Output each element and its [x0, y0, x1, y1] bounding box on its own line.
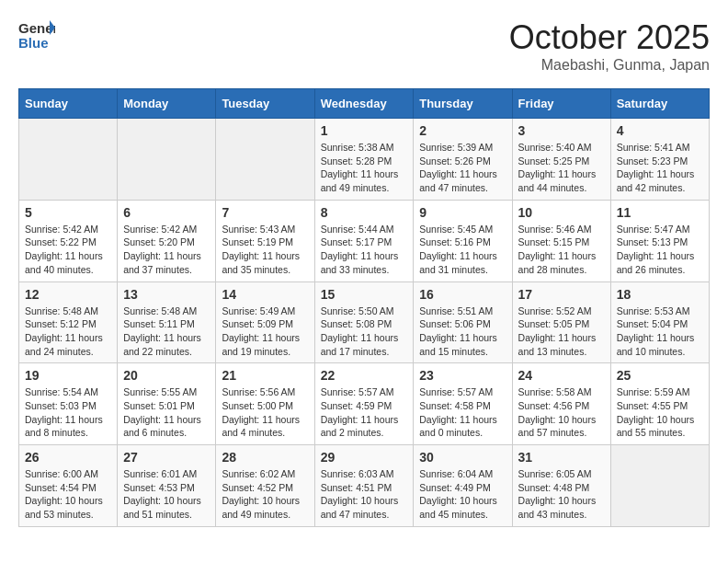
day-info: Sunrise: 5:42 AM Sunset: 5:22 PM Dayligh… — [25, 223, 111, 277]
page-header: General Blue October 2025 Maebashi, Gunm… — [18, 18, 710, 74]
header-monday: Monday — [118, 89, 216, 119]
day-info: Sunrise: 6:03 AM Sunset: 4:51 PM Dayligh… — [321, 467, 408, 522]
calendar-cell: 27Sunrise: 6:01 AM Sunset: 4:53 PM Dayli… — [118, 445, 216, 527]
day-info: Sunrise: 5:48 AM Sunset: 5:11 PM Dayligh… — [123, 304, 210, 359]
day-number: 15 — [321, 287, 408, 302]
day-number: 10 — [518, 205, 605, 220]
location-title: Maebashi, Gunma, Japan — [509, 57, 710, 74]
day-info: Sunrise: 5:58 AM Sunset: 4:56 PM Dayligh… — [518, 385, 605, 440]
calendar-cell: 24Sunrise: 5:58 AM Sunset: 4:56 PM Dayli… — [512, 363, 610, 445]
day-info: Sunrise: 6:04 AM Sunset: 4:49 PM Dayligh… — [419, 467, 506, 522]
day-info: Sunrise: 5:44 AM Sunset: 5:17 PM Dayligh… — [321, 223, 408, 277]
calendar-cell: 8Sunrise: 5:44 AM Sunset: 5:17 PM Daylig… — [314, 200, 414, 282]
calendar-cell: 29Sunrise: 6:03 AM Sunset: 4:51 PM Dayli… — [314, 445, 414, 527]
calendar-cell: 20Sunrise: 5:55 AM Sunset: 5:01 PM Dayli… — [118, 363, 216, 445]
day-number: 1 — [321, 123, 408, 138]
day-number: 5 — [25, 205, 111, 220]
month-title: October 2025 — [509, 18, 710, 57]
day-number: 18 — [617, 287, 703, 302]
calendar-cell: 1Sunrise: 5:38 AM Sunset: 5:28 PM Daylig… — [314, 119, 414, 201]
calendar-cell: 7Sunrise: 5:43 AM Sunset: 5:19 PM Daylig… — [216, 200, 314, 282]
day-number: 11 — [617, 205, 703, 220]
calendar-cell: 26Sunrise: 6:00 AM Sunset: 4:54 PM Dayli… — [19, 445, 118, 527]
day-number: 2 — [419, 123, 506, 138]
day-info: Sunrise: 5:50 AM Sunset: 5:08 PM Dayligh… — [321, 304, 408, 359]
day-info: Sunrise: 5:38 AM Sunset: 5:28 PM Dayligh… — [321, 141, 408, 195]
day-info: Sunrise: 6:01 AM Sunset: 4:53 PM Dayligh… — [123, 467, 210, 522]
day-number: 7 — [222, 205, 308, 220]
day-number: 12 — [25, 287, 111, 302]
day-number: 16 — [419, 287, 506, 302]
day-info: Sunrise: 5:51 AM Sunset: 5:06 PM Dayligh… — [419, 304, 506, 359]
logo-graphic: General Blue — [18, 18, 55, 55]
calendar-header-row: Sunday Monday Tuesday Wednesday Thursday… — [19, 89, 710, 119]
day-number: 24 — [518, 368, 605, 383]
calendar-cell: 16Sunrise: 5:51 AM Sunset: 5:06 PM Dayli… — [414, 282, 512, 363]
day-number: 9 — [419, 205, 506, 220]
header-tuesday: Tuesday — [216, 89, 314, 119]
day-number: 26 — [25, 450, 111, 465]
logo: General Blue — [18, 18, 55, 55]
calendar-cell — [216, 119, 314, 201]
day-number: 13 — [123, 287, 210, 302]
header-saturday: Saturday — [610, 89, 709, 119]
calendar-cell: 31Sunrise: 6:05 AM Sunset: 4:48 PM Dayli… — [512, 445, 610, 527]
calendar-cell: 4Sunrise: 5:41 AM Sunset: 5:23 PM Daylig… — [610, 119, 709, 201]
day-number: 28 — [222, 450, 308, 465]
day-info: Sunrise: 6:02 AM Sunset: 4:52 PM Dayligh… — [222, 467, 308, 522]
day-info: Sunrise: 6:00 AM Sunset: 4:54 PM Dayligh… — [25, 467, 111, 522]
calendar-cell: 2Sunrise: 5:39 AM Sunset: 5:26 PM Daylig… — [414, 119, 512, 201]
day-info: Sunrise: 5:59 AM Sunset: 4:55 PM Dayligh… — [617, 385, 703, 440]
day-number: 31 — [518, 450, 605, 465]
day-number: 25 — [617, 368, 703, 383]
day-number: 27 — [123, 450, 210, 465]
day-number: 23 — [419, 368, 506, 383]
day-info: Sunrise: 5:49 AM Sunset: 5:09 PM Dayligh… — [222, 304, 308, 359]
calendar-cell: 28Sunrise: 6:02 AM Sunset: 4:52 PM Dayli… — [216, 445, 314, 527]
day-info: Sunrise: 5:47 AM Sunset: 5:13 PM Dayligh… — [617, 223, 703, 277]
day-number: 14 — [222, 287, 308, 302]
calendar-cell: 13Sunrise: 5:48 AM Sunset: 5:11 PM Dayli… — [118, 282, 216, 363]
day-number: 21 — [222, 368, 308, 383]
day-info: Sunrise: 5:54 AM Sunset: 5:03 PM Dayligh… — [25, 385, 111, 440]
calendar-cell: 23Sunrise: 5:57 AM Sunset: 4:58 PM Dayli… — [414, 363, 512, 445]
calendar-cell: 14Sunrise: 5:49 AM Sunset: 5:09 PM Dayli… — [216, 282, 314, 363]
day-info: Sunrise: 5:56 AM Sunset: 5:00 PM Dayligh… — [222, 385, 308, 440]
calendar-cell: 5Sunrise: 5:42 AM Sunset: 5:22 PM Daylig… — [19, 200, 118, 282]
calendar-cell: 15Sunrise: 5:50 AM Sunset: 5:08 PM Dayli… — [314, 282, 414, 363]
header-friday: Friday — [512, 89, 610, 119]
day-info: Sunrise: 5:43 AM Sunset: 5:19 PM Dayligh… — [222, 223, 308, 277]
calendar-week-row: 26Sunrise: 6:00 AM Sunset: 4:54 PM Dayli… — [19, 445, 710, 527]
calendar-cell: 21Sunrise: 5:56 AM Sunset: 5:00 PM Dayli… — [216, 363, 314, 445]
calendar-week-row: 5Sunrise: 5:42 AM Sunset: 5:22 PM Daylig… — [19, 200, 710, 282]
calendar-cell: 3Sunrise: 5:40 AM Sunset: 5:25 PM Daylig… — [512, 119, 610, 201]
day-info: Sunrise: 5:57 AM Sunset: 4:58 PM Dayligh… — [419, 385, 506, 440]
calendar-cell: 10Sunrise: 5:46 AM Sunset: 5:15 PM Dayli… — [512, 200, 610, 282]
day-number: 22 — [321, 368, 408, 383]
calendar-cell: 25Sunrise: 5:59 AM Sunset: 4:55 PM Dayli… — [610, 363, 709, 445]
day-number: 3 — [518, 123, 605, 138]
calendar-cell: 11Sunrise: 5:47 AM Sunset: 5:13 PM Dayli… — [610, 200, 709, 282]
day-info: Sunrise: 6:05 AM Sunset: 4:48 PM Dayligh… — [518, 467, 605, 522]
day-number: 17 — [518, 287, 605, 302]
day-info: Sunrise: 5:52 AM Sunset: 5:05 PM Dayligh… — [518, 304, 605, 359]
day-info: Sunrise: 5:55 AM Sunset: 5:01 PM Dayligh… — [123, 385, 210, 440]
svg-text:Blue: Blue — [18, 35, 49, 51]
calendar-cell: 22Sunrise: 5:57 AM Sunset: 4:59 PM Dayli… — [314, 363, 414, 445]
calendar-week-row: 12Sunrise: 5:48 AM Sunset: 5:12 PM Dayli… — [19, 282, 710, 363]
day-number: 19 — [25, 368, 111, 383]
calendar-cell: 9Sunrise: 5:45 AM Sunset: 5:16 PM Daylig… — [414, 200, 512, 282]
day-info: Sunrise: 5:40 AM Sunset: 5:25 PM Dayligh… — [518, 141, 605, 195]
day-number: 4 — [617, 123, 703, 138]
calendar-cell — [118, 119, 216, 201]
calendar-cell: 12Sunrise: 5:48 AM Sunset: 5:12 PM Dayli… — [19, 282, 118, 363]
day-info: Sunrise: 5:48 AM Sunset: 5:12 PM Dayligh… — [25, 304, 111, 359]
day-info: Sunrise: 5:41 AM Sunset: 5:23 PM Dayligh… — [617, 141, 703, 195]
calendar-table: Sunday Monday Tuesday Wednesday Thursday… — [18, 88, 710, 527]
calendar-cell — [610, 445, 709, 527]
day-number: 30 — [419, 450, 506, 465]
header-wednesday: Wednesday — [314, 89, 414, 119]
calendar-cell — [19, 119, 118, 201]
day-info: Sunrise: 5:57 AM Sunset: 4:59 PM Dayligh… — [321, 385, 408, 440]
title-block: October 2025 Maebashi, Gunma, Japan — [509, 18, 710, 74]
